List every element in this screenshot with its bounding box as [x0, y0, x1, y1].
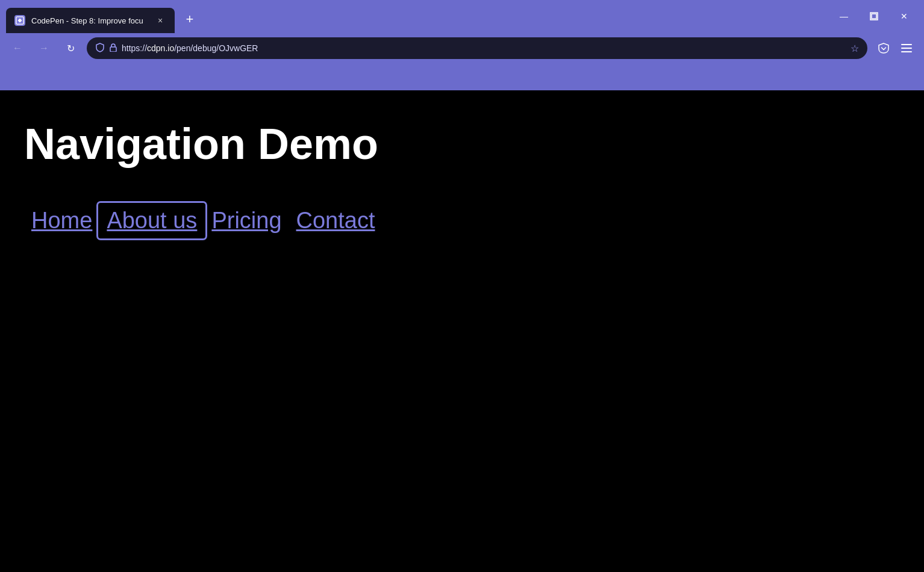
svg-rect-5 [901, 48, 912, 49]
main-navigation: Home About us Pricing Contact [24, 204, 900, 237]
nav-item-pricing: Pricing [204, 204, 289, 237]
tab-close-button[interactable]: × [154, 14, 166, 26]
shield-icon [95, 43, 105, 54]
pricing-link[interactable]: Pricing [204, 204, 289, 237]
browser-toolbar-right [873, 38, 917, 58]
url-bar[interactable]: https://cdpn.io/pen/debug/OJvwGER ☆ [87, 37, 867, 59]
minimize-button[interactable]: — [830, 5, 858, 28]
tab-title: CodePen - Step 8: Improve focu [31, 16, 148, 25]
nav-item-contact: Contact [289, 204, 382, 237]
new-tab-button[interactable]: + [179, 9, 200, 30]
contact-link[interactable]: Contact [289, 204, 382, 237]
page-title: Navigation Demo [24, 120, 900, 168]
browser-chrome: CodePen - Step 8: Improve focu × + — ✕ ←… [0, 0, 924, 90]
tab-bar: CodePen - Step 8: Improve focu × + — ✕ [0, 0, 924, 33]
forward-button[interactable]: → [34, 38, 54, 58]
close-window-button[interactable]: ✕ [890, 5, 918, 28]
nav-item-about: About us [99, 204, 204, 237]
maximize-button[interactable] [860, 5, 888, 28]
address-bar: ← → ↻ https://cdpn.io/pen/debug/OJvwGER … [0, 33, 924, 63]
tab-favicon [14, 15, 25, 26]
home-link[interactable]: Home [24, 204, 99, 237]
pocket-button[interactable] [873, 38, 894, 58]
nav-item-home: Home [24, 204, 99, 237]
svg-rect-6 [901, 51, 912, 52]
reload-button[interactable]: ↻ [60, 38, 81, 58]
lock-icon [110, 43, 117, 54]
window-controls: — ✕ [830, 5, 918, 28]
bookmark-star-icon[interactable]: ☆ [851, 43, 859, 54]
page-content: Navigation Demo Home About us Pricing Co… [0, 90, 924, 572]
svg-rect-2 [872, 14, 876, 19]
nav-links-list: Home About us Pricing Contact [24, 204, 900, 237]
svg-rect-4 [901, 44, 912, 45]
svg-rect-3 [110, 47, 116, 52]
active-tab[interactable]: CodePen - Step 8: Improve focu × [6, 8, 175, 33]
about-us-link[interactable]: About us [99, 204, 204, 237]
url-text: https://cdpn.io/pen/debug/OJvwGER [122, 43, 846, 53]
back-button[interactable]: ← [7, 38, 28, 58]
menu-button[interactable] [896, 38, 917, 58]
